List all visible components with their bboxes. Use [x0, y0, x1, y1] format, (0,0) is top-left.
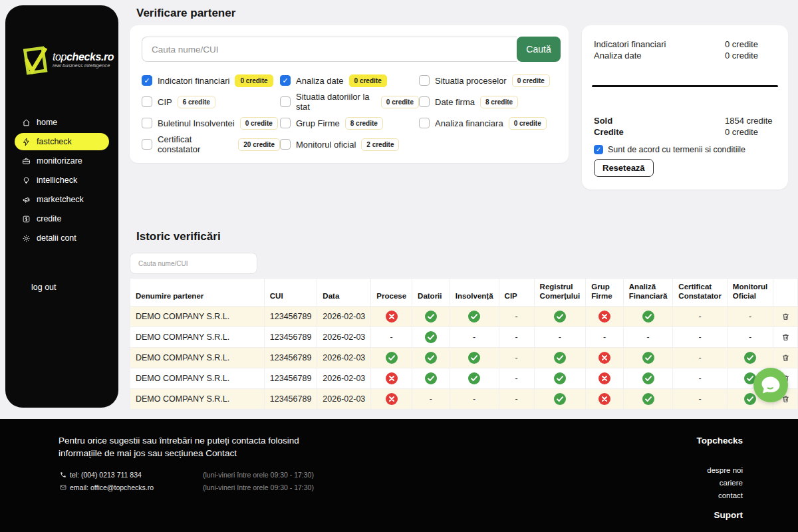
- search-button[interactable]: Caută: [517, 37, 561, 62]
- contact-label: email: office@topchecks.ro: [70, 483, 203, 491]
- sidebar-item-detalii-cont[interactable]: detalii cont: [15, 229, 109, 247]
- phone-icon: [60, 471, 66, 478]
- sidebar-item-marketcheck[interactable]: marketcheck: [15, 191, 109, 208]
- logo: topchecks.ro real business intelligence: [21, 43, 114, 77]
- option-analiza-date[interactable]: ✓Analiza date0 credite: [280, 74, 419, 86]
- status-dash: -: [673, 327, 728, 348]
- option-checkbox[interactable]: [419, 118, 430, 128]
- option-checkbox[interactable]: [280, 139, 291, 150]
- option-date-firma[interactable]: Date firma8 credite: [419, 96, 557, 108]
- sidebar-item-credite[interactable]: credite: [15, 210, 109, 227]
- footer-link-despre-noi[interactable]: despre noi: [696, 464, 743, 477]
- status-dash: -: [499, 327, 534, 348]
- footer-link-cariere[interactable]: cariere: [696, 477, 743, 489]
- history-title: Istoric verificări: [136, 230, 221, 243]
- status-x-icon: [586, 368, 624, 389]
- sidebar-item-home[interactable]: home: [15, 114, 109, 131]
- option-checkbox[interactable]: [142, 118, 152, 128]
- footer: Pentru orice sugestii sau întrebări ne p…: [0, 419, 798, 532]
- delete-icon[interactable]: [781, 332, 790, 342]
- page-title: Verificare partener: [136, 7, 235, 20]
- option-analiza-financiara[interactable]: Analiza financiara0 credite: [419, 117, 557, 129]
- chat-widget-button[interactable]: [753, 368, 788, 402]
- sidebar-item-label: home: [37, 118, 57, 127]
- logout-button[interactable]: log out: [31, 283, 57, 292]
- status-dash: -: [586, 327, 624, 348]
- option-checkbox[interactable]: [142, 139, 152, 150]
- column-header: Denumire partener: [130, 279, 265, 307]
- column-header: Certificat Constatator: [673, 279, 728, 307]
- history-search-input[interactable]: [130, 253, 257, 274]
- options-grid: ✓Indicatori financiari0 credite✓Analiza …: [142, 74, 557, 150]
- option-label: Situatia proceselor: [435, 76, 507, 86]
- option-situatia-proceselor[interactable]: Situatia proceselor0 credite: [419, 74, 557, 86]
- option-label: Situatia datoriilor la stat: [296, 92, 376, 112]
- cell-partner-name: DEMO COMPANY S.R.L.: [130, 368, 265, 389]
- status-check-icon: [534, 307, 586, 327]
- search-input[interactable]: [142, 37, 517, 62]
- status-check-icon: [534, 389, 586, 410]
- credits-icon: [22, 215, 31, 223]
- option-checkbox[interactable]: [419, 75, 430, 86]
- contact-hours: (luni-vineri între orele 09:30 - 17:30): [203, 483, 314, 491]
- sidebar-item-fastcheck[interactable]: fastcheck: [15, 133, 109, 150]
- terms-checkbox-row[interactable]: ✓ Sunt de acord cu termenii si conditiil…: [594, 145, 745, 154]
- divider: [592, 85, 778, 87]
- footer-brand-heading: Topchecks: [696, 436, 743, 446]
- table-row: DEMO COMPANY S.R.L.1234567892026-02-03--: [130, 348, 798, 368]
- summary-rows: Indicatori financiari0 crediteAnaliza da…: [594, 39, 779, 61]
- option-checkbox[interactable]: [142, 96, 152, 107]
- cell-partner-name: DEMO COMPANY S.R.L.: [130, 327, 265, 348]
- option-label: Analiza financiara: [435, 118, 503, 128]
- credits-badge: 0 credite: [509, 117, 547, 130]
- status-x-icon: [371, 307, 412, 327]
- option-checkbox[interactable]: [419, 96, 430, 107]
- column-header: Grup Firme: [586, 279, 624, 307]
- option-cip[interactable]: CIP6 credite: [142, 96, 280, 108]
- status-dash: -: [673, 368, 728, 389]
- delete-icon[interactable]: [781, 312, 790, 322]
- sidebar-item-monitorizare[interactable]: monitorizare: [15, 152, 109, 170]
- option-buletinul-insolventei[interactable]: Buletinul Insolventei0 credite: [142, 117, 280, 129]
- footer-link-contact[interactable]: contact: [696, 489, 743, 502]
- status-dash: -: [450, 327, 499, 348]
- credite-label: Credite: [594, 127, 725, 138]
- bulb-icon: [22, 176, 31, 185]
- option-certificat-constatator[interactable]: Certificat constatator20 credite: [142, 138, 280, 150]
- option-checkbox[interactable]: ✓: [142, 75, 152, 86]
- sidebar-item-intellicheck[interactable]: intellicheck: [15, 172, 109, 189]
- table-row: DEMO COMPANY S.R.L.1234567892026-02-03--…: [130, 307, 798, 327]
- briefcase-icon: [22, 157, 31, 166]
- option-grup-firme[interactable]: Grup Firme8 credite: [280, 117, 419, 129]
- cell-cui: 123456789: [264, 327, 317, 348]
- status-check-icon: [534, 348, 586, 368]
- status-check-icon: [623, 348, 673, 368]
- contact-rows: tel: (004) 0213 711 834(luni-vineri într…: [60, 471, 314, 496]
- credits-badge: 0 credite: [381, 96, 419, 108]
- terms-checkbox[interactable]: ✓: [594, 145, 603, 154]
- sidebar-item-label: monitorizare: [37, 156, 82, 166]
- contact-label: tel: (004) 0213 711 834: [70, 471, 203, 479]
- logo-check-icon: [21, 43, 49, 77]
- option-monitorul-oficial[interactable]: Monitorul oficial2 credite: [280, 138, 419, 150]
- delete-icon[interactable]: [781, 353, 790, 363]
- option-checkbox[interactable]: ✓: [280, 75, 291, 86]
- megaphone-icon: [22, 196, 31, 204]
- cell-date: 2026-02-03: [317, 327, 371, 348]
- option-checkbox[interactable]: [280, 96, 291, 107]
- option-indicatori-financiari[interactable]: ✓Indicatori financiari0 credite: [142, 74, 280, 86]
- cell-partner-name: DEMO COMPANY S.R.L.: [130, 307, 265, 327]
- option-label: Certificat constatator: [158, 134, 233, 154]
- footer-suport-heading: Suport: [696, 510, 743, 520]
- status-x-icon: [586, 389, 624, 410]
- sidebar-nav: homefastcheckmonitorizareintellicheckmar…: [5, 112, 118, 249]
- status-dash: -: [534, 327, 586, 348]
- option-checkbox[interactable]: [280, 118, 291, 128]
- status-dash: -: [673, 389, 728, 410]
- option-situatia-datoriilor-la-stat[interactable]: Situatia datoriilor la stat0 credite: [280, 96, 419, 108]
- status-dash: -: [673, 307, 728, 327]
- column-header: Procese: [371, 279, 412, 307]
- credits-badge: 8 credite: [345, 117, 383, 130]
- bolt-icon: [22, 138, 31, 146]
- reset-button[interactable]: Resetează: [594, 159, 654, 177]
